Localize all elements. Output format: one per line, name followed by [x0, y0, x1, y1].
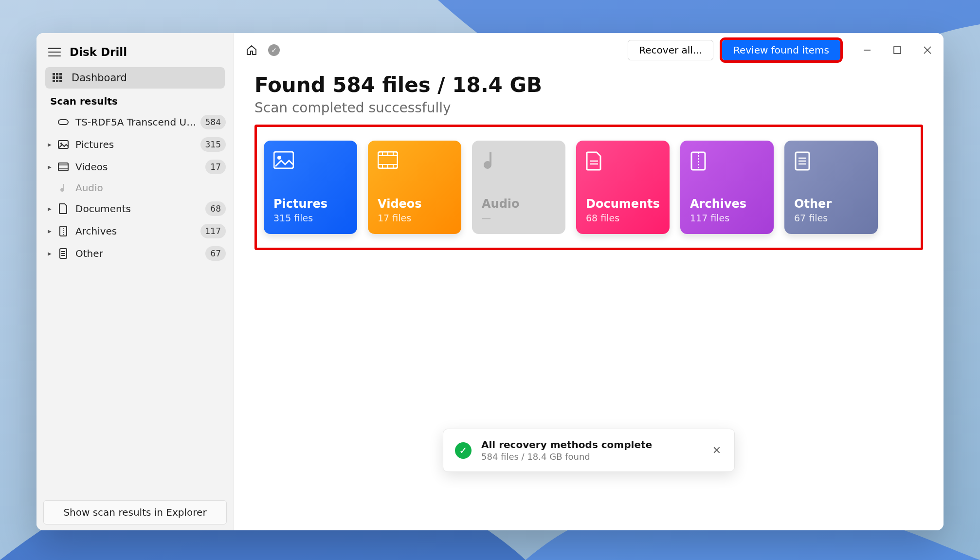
completion-toast: ✓ All recovery methods complete 584 file… — [443, 429, 735, 472]
maximize-icon[interactable] — [891, 44, 904, 56]
success-check-icon: ✓ — [455, 442, 472, 459]
sidebar-item-pictures[interactable]: ▸ Pictures 315 — [36, 133, 234, 156]
chevron-right-icon: ▸ — [45, 204, 54, 213]
card-title: Pictures — [273, 197, 347, 211]
card-pictures[interactable]: Pictures 315 files — [264, 141, 357, 234]
videos-icon — [58, 162, 69, 172]
device-label: TS-RDF5A Transcend US... — [75, 116, 197, 128]
app-window: Disk Drill Dashboard Scan results TS-RDF… — [36, 33, 944, 530]
svg-rect-5 — [59, 76, 62, 79]
card-count: 68 files — [586, 213, 660, 223]
card-audio: Audio — — [472, 141, 565, 234]
hamburger-icon[interactable] — [48, 48, 61, 56]
svg-rect-4 — [56, 76, 58, 79]
sidebar-section-label: Scan results — [36, 89, 234, 111]
device-count-badge: 584 — [200, 115, 226, 129]
card-count: 67 files — [794, 213, 868, 223]
sidebar-item-dashboard[interactable]: Dashboard — [45, 67, 225, 89]
chevron-right-icon: ▸ — [45, 249, 54, 258]
documents-icon — [586, 151, 660, 175]
pictures-label: Pictures — [75, 139, 197, 150]
svg-rect-12 — [58, 163, 68, 171]
app-title: Disk Drill — [70, 46, 127, 58]
svg-rect-22 — [894, 47, 901, 54]
cards-highlight: Pictures 315 files Videos 17 files — [254, 125, 923, 250]
audio-icon — [58, 182, 69, 193]
documents-count-badge: 68 — [205, 201, 226, 216]
card-archives[interactable]: Archives 117 files — [680, 141, 774, 234]
documents-icon — [58, 203, 69, 214]
card-other[interactable]: Other 67 files — [784, 141, 878, 234]
sidebar-item-other[interactable]: ▸ Other 67 — [36, 242, 234, 265]
other-label: Other — [75, 248, 201, 259]
card-count: 315 files — [273, 213, 347, 223]
sidebar-device-row[interactable]: TS-RDF5A Transcend US... 584 — [36, 111, 234, 133]
checkmark-circle-icon[interactable]: ✓ — [268, 44, 280, 56]
window-controls — [861, 44, 934, 56]
card-documents[interactable]: Documents 68 files — [576, 141, 670, 234]
card-title: Archives — [690, 197, 764, 211]
pictures-icon — [273, 151, 347, 175]
category-cards: Pictures 315 files Videos 17 files — [264, 141, 914, 234]
card-title: Other — [794, 197, 868, 211]
card-count: — — [482, 213, 556, 223]
videos-icon — [378, 151, 452, 175]
sidebar-item-documents[interactable]: ▸ Documents 68 — [36, 198, 234, 220]
sidebar-item-audio[interactable]: Audio — [36, 178, 234, 198]
videos-label: Videos — [75, 161, 201, 173]
card-count: 117 files — [690, 213, 764, 223]
archives-icon — [58, 226, 69, 236]
close-icon[interactable]: ✕ — [711, 445, 723, 456]
sidebar-item-archives[interactable]: ▸ Archives 117 — [36, 220, 234, 242]
toast-subtitle: 584 files / 18.4 GB found — [481, 452, 701, 462]
archives-icon — [690, 151, 764, 175]
usb-drive-icon — [58, 117, 69, 127]
svg-rect-9 — [58, 120, 68, 125]
card-count: 17 files — [378, 213, 452, 223]
dashboard-label: Dashboard — [72, 72, 127, 84]
grid-icon — [52, 72, 63, 83]
main-toolbar: ✓ Recover all... Review found items — [234, 33, 944, 67]
svg-rect-1 — [56, 73, 58, 75]
home-icon[interactable] — [244, 42, 259, 58]
toast-title: All recovery methods complete — [481, 439, 701, 451]
sidebar: Disk Drill Dashboard Scan results TS-RDF… — [36, 33, 234, 530]
sidebar-item-videos[interactable]: ▸ Videos 17 — [36, 156, 234, 178]
audio-label: Audio — [75, 182, 226, 194]
pictures-icon — [58, 139, 69, 150]
chevron-right-icon: ▸ — [45, 140, 54, 149]
card-title: Audio — [482, 197, 556, 211]
videos-count-badge: 17 — [205, 160, 226, 174]
other-count-badge: 67 — [205, 246, 226, 261]
chevron-right-icon: ▸ — [45, 227, 54, 235]
documents-label: Documents — [75, 203, 201, 215]
show-in-explorer-button[interactable]: Show scan results in Explorer — [43, 500, 227, 524]
svg-rect-7 — [56, 80, 58, 82]
review-found-items-button[interactable]: Review found items — [722, 40, 840, 60]
sidebar-header: Disk Drill — [36, 33, 234, 67]
minimize-icon[interactable] — [861, 44, 873, 56]
audio-icon — [482, 151, 556, 175]
svg-rect-8 — [59, 80, 62, 82]
svg-rect-3 — [53, 76, 55, 79]
card-videos[interactable]: Videos 17 files — [368, 141, 461, 234]
archives-label: Archives — [75, 225, 197, 237]
svg-rect-6 — [53, 80, 55, 82]
recover-all-button[interactable]: Recover all... — [628, 40, 713, 60]
card-title: Documents — [586, 197, 660, 211]
pictures-count-badge: 315 — [200, 137, 226, 152]
svg-point-26 — [277, 156, 281, 160]
main-panel: ✓ Recover all... Review found items Foun… — [234, 33, 944, 530]
card-title: Videos — [378, 197, 452, 211]
review-button-highlight: Review found items — [722, 40, 840, 60]
chevron-right-icon: ▸ — [45, 163, 54, 171]
close-icon[interactable] — [921, 44, 934, 56]
results-headline: Found 584 files / 18.4 GB — [254, 73, 923, 97]
archives-count-badge: 117 — [200, 224, 226, 238]
svg-rect-0 — [53, 73, 55, 75]
other-icon — [58, 248, 69, 259]
results-subline: Scan completed successfully — [254, 100, 923, 116]
other-icon — [794, 151, 868, 175]
svg-rect-2 — [59, 73, 62, 75]
